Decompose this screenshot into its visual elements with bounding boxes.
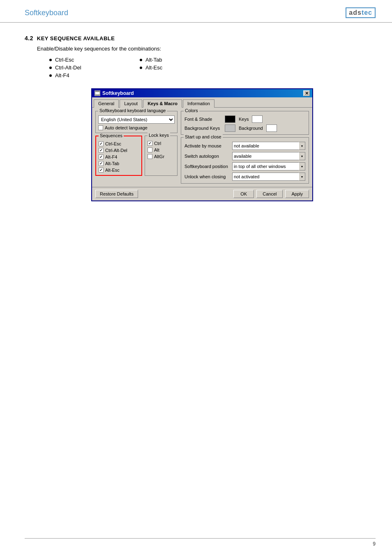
lock-altgr-label: AltGr xyxy=(154,154,164,159)
bullet-icon xyxy=(140,59,142,61)
seq-alt-esc: ✓ Alt-Esc xyxy=(99,168,139,173)
lock-keys-group-title: Lock keys xyxy=(148,133,170,138)
startup-group: Start up and close Activate by mouse not… xyxy=(181,137,309,184)
cancel-button[interactable]: Cancel xyxy=(256,190,283,198)
list-item: Alt-Tab xyxy=(140,57,230,63)
color-keys-swatch[interactable] xyxy=(252,115,263,123)
color-bg-label: Background Keys xyxy=(184,126,221,131)
lock-keys-group: Lock keys ✓ Ctrl Alt xyxy=(145,136,178,176)
language-group: Softkeyboard keyboard language English (… xyxy=(95,111,178,133)
sequences-group: Sequences ✓ Ctrl-Esc ✓ Ctrl-Alt-Del xyxy=(95,136,142,176)
unlock-select[interactable]: not activated ▼ xyxy=(232,173,305,181)
section-description: Enable/Disable key sequences for the com… xyxy=(37,46,367,52)
key-label: Alt-Esc xyxy=(145,64,162,71)
auto-detect-checkbox[interactable] xyxy=(98,125,103,130)
dialog-tabs: General Layout Keys & Macro Information xyxy=(92,97,312,108)
dialog-body: Softkeyboard keyboard language English (… xyxy=(92,108,312,187)
lock-altgr-checkbox[interactable] xyxy=(148,154,152,159)
auto-detect-row: Auto detect language xyxy=(98,125,175,130)
section-heading: 4.2 Key sequence available xyxy=(25,35,367,41)
apply-button[interactable]: Apply xyxy=(285,190,309,198)
list-item: Alt-F4 xyxy=(49,72,140,78)
dialog-icon: ⌨ xyxy=(95,90,100,96)
startup-content: Activate by mouse not available ▼ Switch… xyxy=(184,142,305,181)
autologon-value: available xyxy=(232,152,299,160)
activate-dropdown-btn[interactable]: ▼ xyxy=(299,142,305,150)
seq-ctrl-alt-del-label: Ctrl-Alt-Del xyxy=(105,148,127,153)
position-dropdown-btn[interactable]: ▼ xyxy=(299,162,305,170)
seq-alt-esc-checkbox[interactable]: ✓ xyxy=(99,168,104,173)
main-content: 4.2 Key sequence available Enable/Disabl… xyxy=(0,23,392,218)
page-footer: 9 xyxy=(25,538,376,547)
seq-alt-f4-label: Alt-F4 xyxy=(105,154,117,159)
key-combination-list: Ctrl-Esc Alt-Tab Ctrl-Alt-Del Alt-Esc Al… xyxy=(49,57,367,78)
ok-button[interactable]: OK xyxy=(233,190,254,198)
lock-ctrl-checkbox[interactable]: ✓ xyxy=(148,141,152,146)
seq-alt-f4: ✓ Alt-F4 xyxy=(99,154,139,159)
colors-content: Font & Shade Keys Background Keys Backgr… xyxy=(184,115,305,132)
position-value: in top of all other windows xyxy=(232,162,299,170)
seq-ctrl-esc-checkbox[interactable]: ✓ xyxy=(99,141,104,146)
tab-general[interactable]: General xyxy=(94,99,119,108)
lock-altgr: AltGr xyxy=(148,154,175,159)
col-left: Softkeyboard keyboard language English (… xyxy=(95,111,178,184)
list-item: Alt-Esc xyxy=(140,64,230,71)
section-title: Key sequence available xyxy=(37,35,115,41)
autologon-label: Switch autologon xyxy=(184,154,230,159)
close-button[interactable]: ✕ xyxy=(303,90,310,96)
list-item: Ctrl-Esc xyxy=(49,57,140,63)
seq-lock-row: Sequences ✓ Ctrl-Esc ✓ Ctrl-Alt-Del xyxy=(95,136,178,176)
seq-ctrl-alt-del-checkbox[interactable]: ✓ xyxy=(99,148,104,153)
startup-row-autologon: Switch autologon available ▼ xyxy=(184,152,305,160)
autologon-dropdown-btn[interactable]: ▼ xyxy=(299,152,305,160)
color-bg-keys-swatch[interactable] xyxy=(225,124,235,132)
key-label: Ctrl-Esc xyxy=(55,57,74,63)
color-row-bg: Background Keys Background xyxy=(184,124,305,132)
color-row-font: Font & Shade Keys xyxy=(184,115,305,123)
sequences-group-title: Sequences xyxy=(99,133,124,138)
lock-ctrl: ✓ Ctrl xyxy=(148,141,175,146)
tab-information[interactable]: Information xyxy=(183,99,214,108)
section-number: 4.2 xyxy=(25,35,33,41)
dialog-wrapper: ⌨ Softkeyboard ✕ General Layout Keys & M… xyxy=(37,88,367,201)
language-select-row: English (United States) xyxy=(98,115,175,124)
seq-ctrl-alt-del: ✓ Ctrl-Alt-Del xyxy=(99,148,139,153)
seq-alt-esc-label: Alt-Esc xyxy=(105,168,120,173)
seq-alt-f4-checkbox[interactable]: ✓ xyxy=(99,154,104,159)
startup-row-position: Softkeyboard position in top of all othe… xyxy=(184,162,305,170)
seq-ctrl-esc-label: Ctrl-Esc xyxy=(105,141,121,146)
key-label: Alt-F4 xyxy=(55,72,69,78)
dialog-titlebar: ⌨ Softkeyboard ✕ xyxy=(92,89,312,97)
key-label: Ctrl-Alt-Del xyxy=(55,64,81,71)
activate-select[interactable]: not available ▼ xyxy=(232,142,305,150)
seq-alt-tab-checkbox[interactable]: ✓ xyxy=(99,161,104,166)
seq-alt-tab-label: Alt-Tab xyxy=(105,161,119,166)
color-background-label: Background xyxy=(239,126,263,131)
activate-value: not available xyxy=(232,142,299,150)
logo: adstec xyxy=(346,7,376,18)
position-select[interactable]: in top of all other windows ▼ xyxy=(232,162,305,170)
page-header: Softkeyboard adstec xyxy=(0,0,392,23)
colors-group-title: Colors xyxy=(184,108,199,113)
unlock-dropdown-btn[interactable]: ▼ xyxy=(299,173,305,181)
language-select[interactable]: English (United States) xyxy=(98,115,175,124)
bullet-icon xyxy=(49,67,52,69)
unlock-value: not activated xyxy=(232,173,299,181)
logo-ads: ads xyxy=(349,9,362,16)
lock-ctrl-label: Ctrl xyxy=(154,141,161,146)
startup-group-title: Start up and close xyxy=(184,134,223,139)
auto-detect-label: Auto detect language xyxy=(105,125,148,130)
autologon-select[interactable]: available ▼ xyxy=(232,152,305,160)
activate-label: Activate by mouse xyxy=(184,143,230,148)
color-background-swatch[interactable] xyxy=(266,124,277,132)
lock-alt-checkbox[interactable] xyxy=(148,147,152,152)
lock-alt-label: Alt xyxy=(154,147,159,152)
page-title: Softkeyboard xyxy=(25,9,68,17)
color-font-swatch[interactable] xyxy=(225,115,235,123)
page-number: 9 xyxy=(373,541,376,547)
restore-defaults-button[interactable]: Restore Defaults xyxy=(95,190,138,198)
titlebar-left: ⌨ Softkeyboard xyxy=(95,90,134,96)
tab-layout[interactable]: Layout xyxy=(120,99,142,108)
seq-ctrl-esc: ✓ Ctrl-Esc xyxy=(99,141,139,146)
tab-keys-macro[interactable]: Keys & Macro xyxy=(143,99,182,108)
